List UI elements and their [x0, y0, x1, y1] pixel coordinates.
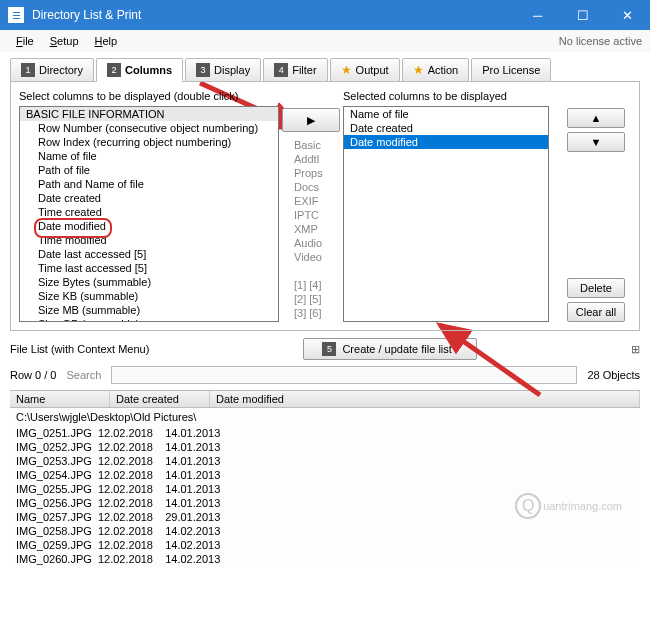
category-label: XMP	[294, 222, 328, 236]
search-input[interactable]	[111, 366, 577, 384]
table-row[interactable]: IMG_0257.JPG 12.02.2018 29.01.2013	[10, 510, 640, 524]
column-category-labels: BasicAddtlPropsDocsEXIFIPTCXMPAudioVideo…	[294, 138, 328, 320]
category-label: Video	[294, 250, 328, 264]
path-row: C:\Users\wjgle\Desktop\Old Pictures\	[10, 408, 640, 426]
tab-columns[interactable]: 2Columns	[96, 58, 183, 82]
tab-action[interactable]: ★Action	[402, 58, 470, 82]
play-icon: ▶	[307, 114, 315, 127]
window-title: Directory List & Print	[32, 8, 515, 22]
category-label: [2] [5]	[294, 292, 328, 306]
table-row[interactable]: IMG_0258.JPG 12.02.2018 14.02.2013	[10, 524, 640, 538]
filelist-header: File List (with Context Menu) 5 Create /…	[0, 332, 650, 364]
table-row[interactable]: IMG_0252.JPG 12.02.2018 14.01.2013	[10, 440, 640, 454]
table-row[interactable]: IMG_0251.JPG 12.02.2018 14.01.2013	[10, 426, 640, 440]
tab-directory[interactable]: 1Directory	[10, 58, 94, 82]
category-label: Audio	[294, 236, 328, 250]
menu-file[interactable]: File	[8, 33, 42, 49]
table-row[interactable]: IMG_0253.JPG 12.02.2018 14.01.2013	[10, 454, 640, 468]
create-update-button[interactable]: 5 Create / update file list !	[303, 338, 477, 360]
list-item[interactable]: Path of file	[20, 163, 278, 177]
list-item[interactable]: Name of file	[20, 149, 278, 163]
category-label: Docs	[294, 180, 328, 194]
table-row[interactable]: IMG_0268.JPG 12.02.2018 26.02.2013	[10, 566, 640, 568]
table-row[interactable]: IMG_0255.JPG 12.02.2018 14.01.2013	[10, 482, 640, 496]
list-item[interactable]: Size KB (summable)	[20, 289, 278, 303]
list-item[interactable]: Date created	[20, 191, 278, 205]
available-columns-label: Select columns to be displayed (double c…	[19, 90, 279, 102]
search-label: Search	[66, 369, 101, 381]
category-label: IPTC	[294, 208, 328, 222]
titlebar: ☰ Directory List & Print ─ ☐ ✕	[0, 0, 650, 30]
list-item[interactable]: Size Bytes (summable)	[20, 275, 278, 289]
list-item[interactable]: Time created	[20, 205, 278, 219]
table-row[interactable]: IMG_0259.JPG 12.02.2018 14.02.2013	[10, 538, 640, 552]
file-grid[interactable]: C:\Users\wjgle\Desktop\Old Pictures\IMG_…	[10, 408, 640, 568]
menubar: File Setup Help No license active	[0, 30, 650, 52]
menu-help[interactable]: Help	[87, 33, 126, 49]
list-item[interactable]: Row Index (recurring object numbering)	[20, 135, 278, 149]
category-label: [3] [6]	[294, 306, 328, 320]
category-label: Props	[294, 166, 328, 180]
tab-output[interactable]: ★Output	[330, 58, 400, 82]
list-item[interactable]: Date last accessed [5]	[20, 247, 278, 261]
maximize-button[interactable]: ☐	[560, 0, 605, 30]
app-icon: ☰	[8, 7, 24, 23]
config-icon[interactable]: ⊞	[631, 343, 640, 356]
close-button[interactable]: ✕	[605, 0, 650, 30]
col-date-modified[interactable]: Date modified	[210, 391, 640, 407]
delete-button[interactable]: Delete	[567, 278, 625, 298]
category-label: [1] [4]	[294, 278, 328, 292]
list-item[interactable]: Date modified	[20, 219, 278, 233]
columns-panel: Select columns to be displayed (double c…	[10, 81, 640, 331]
tab-filter[interactable]: 4Filter	[263, 58, 327, 82]
col-date-created[interactable]: Date created	[110, 391, 210, 407]
list-item[interactable]: Size MB (summable)	[20, 303, 278, 317]
objects-count: 28 Objects	[587, 369, 640, 381]
selected-columns-label: Selected columns to be displayed	[343, 90, 549, 102]
tab-display[interactable]: 3Display	[185, 58, 261, 82]
grid-header: Name Date created Date modified	[10, 390, 640, 408]
list-item[interactable]: Time modified	[20, 233, 278, 247]
list-item[interactable]: Row Number (consecutive object numbering…	[20, 121, 278, 135]
minimize-button[interactable]: ─	[515, 0, 560, 30]
list-item[interactable]: Date created	[344, 121, 548, 135]
list-item[interactable]: Date modified	[344, 135, 548, 149]
col-name[interactable]: Name	[10, 391, 110, 407]
list-item[interactable]: Time last accessed [5]	[20, 261, 278, 275]
tab-pro-license[interactable]: Pro License	[471, 58, 551, 82]
menu-setup[interactable]: Setup	[42, 33, 87, 49]
category-label: EXIF	[294, 194, 328, 208]
table-row[interactable]: IMG_0254.JPG 12.02.2018 14.01.2013	[10, 468, 640, 482]
list-item[interactable]: Name of file	[344, 107, 548, 121]
category-label: Addtl	[294, 152, 328, 166]
selected-columns-list[interactable]: Name of fileDate createdDate modified	[343, 106, 549, 322]
list-group-header: BASIC FILE INFORMATION	[20, 107, 278, 121]
category-label	[294, 264, 328, 278]
tab-strip: 1Directory 2Columns 3Display 4Filter ★Ou…	[0, 52, 650, 82]
star-icon: ★	[341, 63, 352, 77]
license-status: No license active	[559, 35, 642, 47]
clear-all-button[interactable]: Clear all	[567, 302, 625, 322]
list-item[interactable]: Size GB (summable)	[20, 317, 278, 322]
table-row[interactable]: IMG_0256.JPG 12.02.2018 14.01.2013	[10, 496, 640, 510]
filelist-label: File List (with Context Menu)	[10, 343, 149, 355]
move-down-button[interactable]: ▼	[567, 132, 625, 152]
available-columns-list[interactable]: BASIC FILE INFORMATIONRow Number (consec…	[19, 106, 279, 322]
row-counter: Row 0 / 0	[10, 369, 56, 381]
category-label: Basic	[294, 138, 328, 152]
filter-row: Row 0 / 0 Search 28 Objects	[0, 364, 650, 390]
table-row[interactable]: IMG_0260.JPG 12.02.2018 14.02.2013	[10, 552, 640, 566]
list-item[interactable]: Path and Name of file	[20, 177, 278, 191]
move-up-button[interactable]: ▲	[567, 108, 625, 128]
add-column-button[interactable]: ▶	[282, 108, 340, 132]
star-icon: ★	[413, 63, 424, 77]
